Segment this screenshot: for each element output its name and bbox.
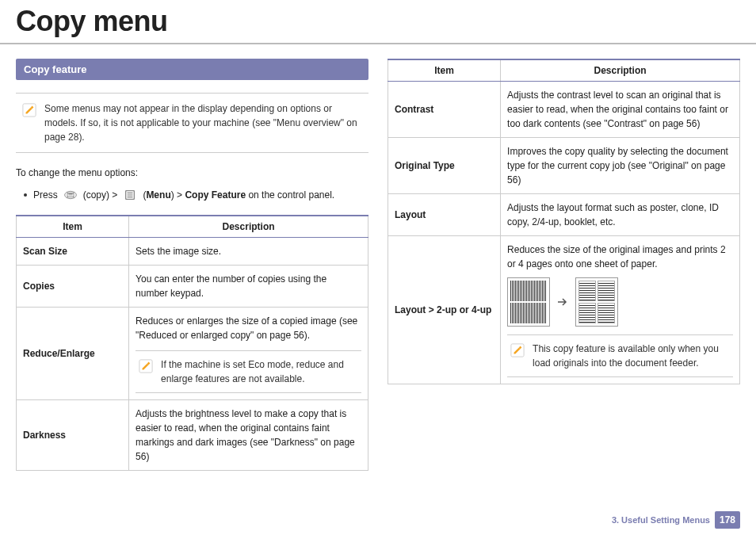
item-cell: Layout: [388, 194, 501, 236]
desc-cell: Sets the image size.: [129, 238, 368, 266]
pencil-note-icon: [510, 343, 525, 357]
inner-note-text: If the machine is set Eco mode, reduce a…: [161, 357, 358, 386]
item-cell: Scan Size: [17, 238, 129, 266]
page-footer: 3. Useful Setting Menus 178: [612, 511, 740, 529]
layout-figures: [507, 277, 733, 327]
desc-cell: You can enter the number of copies using…: [129, 266, 368, 308]
table-row: Layout > 2-up or 4-up Reduces the size o…: [388, 236, 740, 384]
top-note-box: Some menus may not appear in the display…: [16, 93, 368, 153]
th-desc: Description: [129, 216, 368, 238]
instruction-menu-bold: Menu: [146, 189, 170, 201]
instruction-menu-wrap: (Menu) > Copy Feature on the control pan…: [143, 189, 334, 201]
inner-note-box: If the machine is set Eco mode, reduce a…: [136, 350, 361, 393]
desc-cell: Reduces the size of the original images …: [501, 236, 740, 384]
section-header: Copy feature: [16, 59, 368, 80]
inner-note-box: This copy feature is available only when…: [507, 334, 733, 377]
desc-cell: Reduces or enlarges the size of a copied…: [129, 308, 368, 400]
instruction-suffix: on the control panel.: [246, 189, 334, 201]
desc-cell: Adjusts the brightness level to make a c…: [129, 400, 368, 471]
right-feature-table: Item Description Contrast Adjusts the co…: [388, 59, 740, 384]
item-cell: Layout > 2-up or 4-up: [388, 236, 501, 384]
item-cell: Contrast: [388, 82, 501, 138]
table-row: Copies You can enter the number of copie…: [17, 266, 368, 308]
left-feature-table: Item Description Scan Size Sets the imag…: [16, 215, 368, 471]
instruction-copy-label: (copy) >: [83, 189, 118, 201]
instruction-line: Press (copy) > (Menu) > Copy Feature on …: [24, 189, 368, 201]
item-cell: Darkness: [17, 400, 129, 471]
table-row: Darkness Adjusts the brightness level to…: [17, 400, 368, 471]
desc-text: Reduces or enlarges the size of a copied…: [136, 314, 361, 342]
content-columns: Copy feature Some menus may not appear i…: [0, 44, 756, 471]
table-row: Layout Adjusts the layout format such as…: [388, 194, 740, 236]
desc-text: Reduces the size of the original images …: [507, 243, 733, 271]
table-row: Scan Size Sets the image size.: [17, 238, 368, 266]
desc-cell: Adjusts the layout format such as poster…: [501, 194, 740, 236]
arrow-right-icon: [556, 277, 569, 327]
th-item: Item: [388, 59, 501, 82]
instruction-press: Press: [33, 189, 58, 201]
intro-text: To change the menu options:: [16, 167, 368, 178]
desc-cell: Improves the copy quality by selecting t…: [501, 138, 740, 194]
inner-note-text: This copy feature is available only when…: [533, 342, 730, 370]
instruction-feature-bold: Copy Feature: [185, 189, 246, 201]
item-cell: Copies: [17, 266, 129, 308]
desc-cell: Adjusts the contrast level to scan an or…: [501, 82, 740, 138]
right-column: Item Description Contrast Adjusts the co…: [388, 59, 740, 471]
table-row: Reduce/Enlarge Reduces or enlarges the s…: [17, 308, 368, 400]
menu-icon: [124, 189, 136, 201]
table-row: Contrast Adjusts the contrast level to s…: [388, 82, 740, 138]
pencil-note-icon: [22, 103, 36, 117]
pencil-note-icon: [139, 359, 153, 373]
table-row: Original Type Improves the copy quality …: [388, 138, 740, 194]
bullet-dot-icon: [24, 193, 27, 197]
layout-fig-before: [507, 277, 550, 327]
left-column: Copy feature Some menus may not appear i…: [16, 59, 368, 471]
th-desc: Description: [501, 59, 740, 82]
item-cell: Original Type: [388, 138, 501, 194]
copy-icon: [64, 189, 77, 201]
page-title: Copy menu: [0, 0, 756, 44]
layout-fig-after: [575, 277, 618, 327]
top-note-text: Some menus may not appear in the display…: [44, 101, 362, 144]
instruction-middle: ) >: [171, 189, 185, 201]
th-item: Item: [17, 216, 129, 238]
footer-chapter: 3. Useful Setting Menus: [612, 515, 710, 525]
footer-page-number: 178: [715, 511, 740, 529]
item-cell: Reduce/Enlarge: [17, 308, 129, 400]
